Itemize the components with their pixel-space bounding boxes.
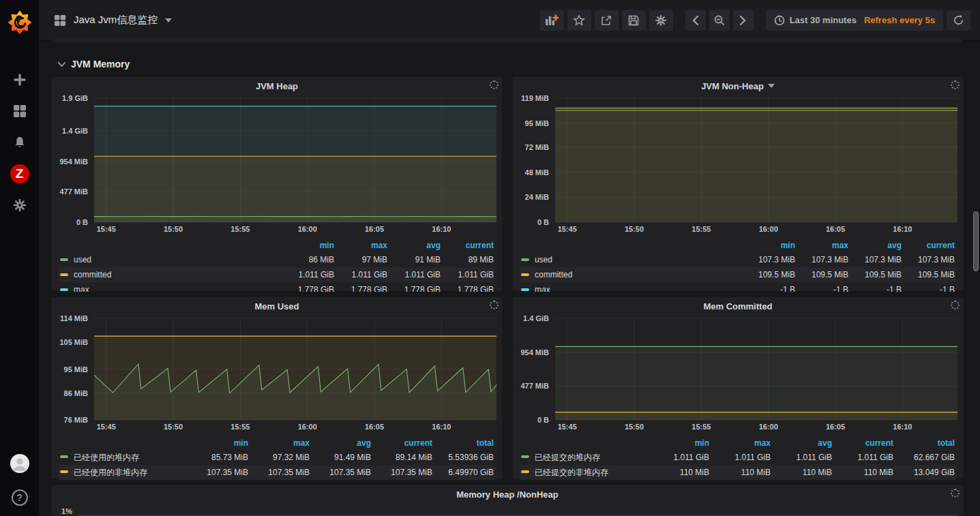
time-series-graph[interactable]: 1% [52,503,963,516]
loading-spinner-icon [951,301,960,309]
panel-title[interactable]: Mem Used [254,301,299,312]
loading-spinner-icon [951,80,960,89]
series-swatch[interactable] [60,470,68,473]
time-series-graph[interactable]: 119 MiB95 MiB72 MiB48 MiB24 MiB0 B15:451… [513,95,963,234]
svg-text:0 B: 0 B [537,218,549,226]
panel-header[interactable]: Mem Used [52,297,502,315]
panel-title[interactable]: Memory Heap /NonHeap [456,489,559,500]
share-icon [600,14,612,27]
legend-column-header[interactable]: max [336,239,389,252]
legend-value: 1.778 GiB [336,282,389,292]
zoom-out-button[interactable] [709,10,730,31]
svg-text:76 MiB: 76 MiB [64,416,89,424]
legend-column-header[interactable]: avg [850,239,903,252]
panel-header[interactable]: Mem Committed [513,297,963,315]
panel-header[interactable]: JVM Heap [52,77,502,95]
series-name[interactable]: 已经提交的非堆内存 [535,468,608,477]
series-name[interactable]: 已经使用的堆内存 [74,453,139,462]
legend-column-header[interactable]: min [188,436,250,450]
series-name[interactable]: used [535,255,552,264]
chevron-down-icon[interactable] [165,18,172,22]
svg-text:15:45: 15:45 [558,225,577,233]
panel-header[interactable]: JVM Non-Heap [513,77,963,95]
legend-column-header[interactable]: max [250,436,311,450]
series-swatch[interactable] [60,288,68,291]
panel-mem-committed: Mem Committed 1.4 GiB954 MiB477 MiB0 B15… [512,297,964,479]
panel-jvm-heap: JVM Heap 1.9 GiB1.4 GiB954 MiB477 MiB0 B… [51,76,503,291]
legend-value: 107.35 MiB [188,465,250,480]
legend-column-header[interactable]: current [372,436,434,450]
legend-column-header[interactable]: avg [772,436,833,450]
zabbix-plugin-icon[interactable]: Z [0,158,39,189]
dashboard-title[interactable]: Java Jvm信息监控 [74,14,158,27]
svg-text:16:05: 16:05 [826,423,845,431]
svg-text:1.9 GiB: 1.9 GiB [62,95,88,102]
series-name[interactable]: 已经使用的非堆内存 [74,468,147,477]
help-icon[interactable]: ? [0,479,39,516]
panel-title[interactable]: Mem Committed [703,301,772,312]
add-panel-button[interactable] [540,10,564,31]
legend-column-header[interactable]: current [442,239,495,252]
grafana-logo-icon[interactable] [0,7,39,38]
time-range-picker[interactable]: Last 30 minutes Refresh every 5s [766,10,943,31]
navbar: Java Jvm信息监控 [39,0,980,41]
legend-column-header[interactable]: min [282,239,336,252]
series-name[interactable]: committed [535,270,572,279]
alerting-bell-icon[interactable] [0,127,39,158]
legend-value: 109.5 MiB [797,267,850,282]
series-swatch[interactable] [60,273,68,276]
series-swatch[interactable] [521,470,529,473]
scrollbar-thumb[interactable] [973,211,979,271]
legend-column-header[interactable]: total [895,436,956,450]
legend-column-header[interactable]: current [833,436,895,450]
svg-text:0 B: 0 B [76,218,88,226]
series-name[interactable]: 已经提交的堆内存 [535,453,600,462]
legend-value: 1.011 GiB [282,267,336,282]
series-swatch[interactable] [60,455,68,458]
panel-title[interactable]: JVM Non-Heap [701,81,764,91]
create-plus-icon[interactable] [0,64,39,95]
legend-column-header[interactable]: min [743,239,797,252]
dashboards-icon[interactable] [0,95,39,127]
configuration-gear-icon[interactable] [0,189,39,221]
user-avatar[interactable] [0,448,39,479]
series-swatch[interactable] [521,258,529,261]
panel-menu-caret-icon[interactable] [768,84,775,88]
series-swatch[interactable] [521,455,529,458]
legend-column-header[interactable]: max [711,436,772,450]
legend-column-header[interactable]: min [649,436,711,450]
legend-column-header[interactable]: avg [311,436,372,450]
question-mark: ? [12,489,28,506]
sidebar: Z ? [0,0,39,516]
row-toggle-jvm-memory[interactable]: JVM Memory [58,55,964,74]
time-forward-button[interactable] [733,10,754,31]
share-button[interactable] [595,10,619,31]
panel-header[interactable]: Memory Heap /NonHeap [52,485,963,503]
time-series-graph[interactable]: 1.4 GiB954 MiB477 MiB0 B15:4515:5015:551… [513,315,963,432]
legend-value: 109.5 MiB [850,267,903,282]
legend-column-header[interactable]: avg [389,239,442,252]
star-button[interactable] [567,10,591,31]
series-name[interactable]: max [535,285,550,292]
series-swatch[interactable] [60,258,68,261]
series-name[interactable]: max [74,285,89,292]
time-back-button[interactable] [685,10,706,31]
time-series-graph[interactable]: 114 MiB105 MiB95 MiB86 MiB76 MiB15:4515:… [52,315,502,432]
series-name[interactable]: committed [74,270,111,279]
legend-column-header[interactable]: total [434,436,495,450]
legend-value: 1.778 GiB [389,282,442,292]
save-button[interactable] [622,10,646,31]
panel-title[interactable]: JVM Heap [256,81,298,91]
series-name[interactable]: used [74,255,91,264]
series-swatch[interactable] [521,273,529,276]
svg-text:15:50: 15:50 [625,423,644,431]
legend-column-header[interactable]: current [903,239,956,252]
refresh-button[interactable] [947,10,970,31]
dashboard-grid-icon[interactable] [54,14,66,27]
time-series-graph[interactable]: 1.9 GiB1.4 GiB954 MiB477 MiB0 B15:4515:5… [52,95,502,234]
refresh-interval-label[interactable]: Refresh every 5s [864,15,935,25]
svg-text:15:50: 15:50 [625,225,644,233]
settings-gear-button[interactable] [649,10,673,31]
legend-column-header[interactable]: max [797,239,850,252]
series-swatch[interactable] [521,288,529,291]
